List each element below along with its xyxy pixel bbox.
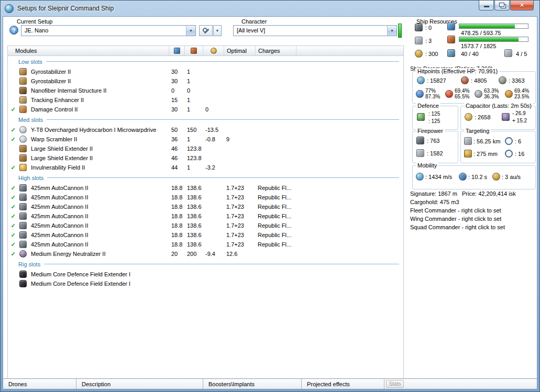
tab-projected-effects[interactable]: Projected effects [302,379,384,389]
module-row[interactable]: ✓Warp Scrambler II361-0.89 [8,135,403,144]
module-name: Medium Core Defence Field Extender I [28,271,169,277]
module-row[interactable]: Large Shield Extender II46123.8 [8,153,403,163]
module-row[interactable]: ✓Damage Control II3010 [8,105,403,114]
module-row[interactable]: ✓425mm AutoCannon II18.8138.61.7+23Repub… [8,202,403,211]
module-grid: 150 [185,127,203,133]
module-row[interactable]: Gyrostabilizer II301 [8,67,403,76]
module-icon-cell [18,271,28,278]
header-filler [296,46,403,55]
module-grid: 0 [185,87,203,94]
fitted-check-icon: ✓ [8,135,18,144]
module-row[interactable]: Large Shield Extender II46123.8 [8,144,403,153]
module-cpu: 18.8 [169,204,185,210]
module-cap: -3.2 [203,164,224,171]
help-icon[interactable]: ? [9,26,18,35]
dps-icon [416,137,424,144]
module-icon-cell [18,77,28,85]
module-row[interactable]: ✓425mm AutoCannon II18.8138.61.7+23Repub… [8,230,403,240]
launcher-hardpoints-value: : 3 [425,38,432,44]
module-row[interactable]: ✓425mm AutoCannon II18.8138.61.7+23Repub… [8,240,403,249]
bottom-tab-bar: Drones Description Boosters\Implants Pro… [3,378,537,389]
module-row[interactable]: ✓425mm AutoCannon II18.8138.61.7+23Repub… [8,183,403,193]
module-name: 425mm AutoCannon II [28,185,169,191]
capacitor-column-header[interactable] [203,46,224,55]
module-grid: 1 [185,97,203,103]
module-row[interactable]: ✓Y-T8 Overcharged Hydrocarbon I Microwar… [8,125,403,135]
module-grid: 138.6 [185,194,203,200]
minimize-button[interactable] [479,1,494,10]
drone-slots-icon [504,49,512,57]
nanofiber-icon [19,87,27,94]
thermal-armor-resist: 65.5% [455,94,469,99]
module-grid: 138.6 [185,241,203,248]
module-row[interactable]: ✓Invulnerability Field II441-3.2 [8,163,403,172]
squad-commander-text[interactable]: Squad Commander - right click to set [410,224,505,230]
module-row[interactable]: ✓Medium Energy Neutralizer II20200-9.412… [8,249,403,259]
explosive-shield-resist: 69.4% [514,88,529,94]
charges-column-header[interactable]: Charges [256,46,296,55]
maximize-button[interactable] [494,1,510,10]
module-grid: 138.6 [185,222,203,229]
cpu-icon [447,23,455,30]
tab-drones[interactable]: Drones [3,379,76,389]
module-row[interactable]: ✓425mm AutoCannon II18.8138.61.7+23Repub… [8,211,403,221]
drone-bay-icon [447,49,455,57]
module-name: Damage Control II [28,106,169,113]
module-row[interactable]: Medium Core Defence Field Extender I [8,279,403,288]
right-panel: Ship Resources : 0 : 3 : 300 478.25 / 59… [409,17,539,380]
chevron-down-icon[interactable]: ▼ [387,26,396,36]
structure-hp-value: : 3363 [509,77,525,84]
titlebar[interactable]: Setups for Sleipnir Command Ship [1,1,539,16]
module-charges: Republic Fl... [256,194,296,200]
module-row[interactable]: Tracking Enhancer II151 [8,95,403,105]
cpu-column-header[interactable] [169,46,185,55]
stats-button[interactable]: Stats [386,380,404,388]
chevron-down-icon[interactable]: ▼ [186,26,195,36]
fitted-check-icon: ✓ [8,125,18,135]
optimal-column-header[interactable]: Optimal [224,46,256,55]
eft-window: Setups for Sleipnir Command Ship × Curre… [0,0,540,392]
module-cpu: 30 [169,78,185,84]
character-combobox[interactable]: [All level V] ▼ [233,25,397,36]
slot-section-line [46,61,399,62]
powergrid-column-header[interactable] [185,46,203,55]
module-icon-cell [18,106,28,113]
setup-tools-dropdown-button[interactable]: ▼ [213,25,222,36]
module-icon-cell [18,203,28,210]
setup-combobox[interactable]: JE. Nano ▼ [21,25,196,36]
cpu-bar [459,24,528,29]
client-area: Current Setup ? JE. Nano ▼ ▼ Character [… [3,16,537,389]
module-grid: 1 [185,164,203,171]
invuln-icon [19,164,27,171]
defence-label: Defence [416,103,440,109]
module-grid: 1 [185,136,203,142]
module-row[interactable]: ✓425mm AutoCannon II18.8138.61.7+23Repub… [8,193,403,202]
tab-drones-label: Drones [8,381,27,387]
module-icon-cell [18,126,28,133]
tab-boosters-implants-label: Boosters\Implants [208,381,255,387]
thermal-shield-resist: 69.4% [455,88,469,94]
module-cap: -13.5 [203,127,224,133]
character-skill-indicator [398,24,402,38]
tab-boosters-implants[interactable]: Boosters\Implants [203,379,302,389]
modules-column-header[interactable]: Modules [8,46,169,55]
fleet-commander-text[interactable]: Fleet Commander - right click to set [410,207,501,214]
module-name: Tracking Enhancer II [28,97,169,103]
hitpoints-group: Hitpoints (Effective HP: 70,991) : 15827… [412,71,536,104]
cpu-usage-text: 478.25 / 593.75 [461,30,501,36]
wing-commander-text[interactable]: Wing Commander - right click to set [410,216,501,222]
close-button[interactable]: × [510,1,534,10]
tools-icon [203,28,209,34]
modules-header-label: Modules [15,48,37,54]
module-grid: 138.6 [185,213,203,219]
module-row[interactable]: Gyrostabilizer II301 [8,76,403,86]
module-optimal: 1.7+23 [224,204,256,210]
module-row[interactable]: ✓425mm AutoCannon II18.8138.61.7+23Repub… [8,221,403,230]
tab-description[interactable]: Description [76,379,203,389]
module-row[interactable]: Nanofiber Internal Structure II00 [8,86,403,95]
module-row[interactable]: Medium Core Defence Field Extender I [8,270,403,279]
setup-tools-button[interactable] [199,25,213,36]
fitted-check-icon: ✓ [8,202,18,211]
targeting-range-icon [464,137,472,145]
powergrid-icon [447,36,455,43]
